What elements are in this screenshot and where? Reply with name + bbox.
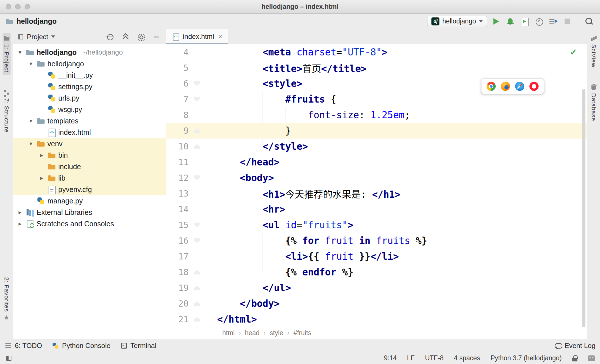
- search-everywhere-icon[interactable]: [583, 16, 594, 27]
- code-text[interactable]: font-size: 1.25em;: [212, 109, 410, 121]
- code-text[interactable]: <hr>: [212, 204, 285, 215]
- run-with-coverage-button[interactable]: [519, 16, 530, 27]
- tool-window-python-console[interactable]: Python Console: [52, 342, 110, 350]
- chevron-closed-icon[interactable]: ▸: [17, 220, 23, 227]
- breadcrumb-html[interactable]: html: [222, 329, 235, 337]
- code-text[interactable]: <li>{{ fruit }}</li>: [212, 251, 399, 262]
- close-tab-icon[interactable]: ×: [218, 32, 222, 41]
- fold-marker-icon[interactable]: [194, 301, 200, 306]
- code-text[interactable]: <body>: [212, 172, 274, 183]
- caret-position[interactable]: 9:14: [384, 354, 397, 362]
- tool-stripe-sciview[interactable]: SciView: [590, 33, 598, 70]
- profiler-button[interactable]: [533, 16, 544, 27]
- run-button[interactable]: [491, 16, 501, 27]
- breadcrumb-fruits[interactable]: #fruits: [293, 329, 311, 337]
- tree-item-bin[interactable]: ▸bin: [13, 149, 166, 161]
- project-panel-title[interactable]: Project: [27, 33, 48, 41]
- code-text[interactable]: {% for fruit in fruits %}: [212, 235, 427, 246]
- locate-file-icon[interactable]: [106, 33, 114, 41]
- inspection-status-icon[interactable]: ✓: [570, 47, 577, 57]
- hide-panel-icon[interactable]: [152, 33, 160, 41]
- breadcrumb-style[interactable]: style: [270, 329, 283, 337]
- code-text[interactable]: <ul id="fruits">: [212, 219, 353, 231]
- code-text[interactable]: </head>: [212, 157, 280, 168]
- tree-item-lib[interactable]: ▸lib: [13, 172, 166, 184]
- python-interpreter[interactable]: Python 3.7 (hellodjango): [491, 354, 562, 362]
- fold-marker-icon[interactable]: [194, 129, 200, 133]
- chrome-icon[interactable]: [487, 82, 496, 91]
- tree-item-urls-py[interactable]: urls.py: [13, 92, 166, 104]
- fold-marker-icon[interactable]: [194, 286, 200, 290]
- tree-item-manage-py[interactable]: manage.py: [13, 195, 166, 207]
- code-line-21[interactable]: 21</html>: [166, 311, 587, 327]
- tree-item-hellodjango[interactable]: ▾hellodjango: [13, 58, 166, 69]
- code-line-15[interactable]: 15 <ul id="fruits">: [166, 217, 587, 233]
- tree-item-hellodjango[interactable]: ▾hellodjango~/hellodjango: [13, 47, 166, 58]
- chevron-open-icon[interactable]: ▾: [17, 49, 23, 56]
- gear-icon[interactable]: [137, 33, 145, 41]
- code-text[interactable]: {% endfor %}: [212, 267, 353, 278]
- code-text[interactable]: <style>: [212, 78, 302, 89]
- opera-icon[interactable]: [529, 82, 539, 91]
- safari-icon[interactable]: [515, 82, 524, 91]
- code-line-11[interactable]: 11 </head>: [166, 154, 587, 170]
- tree-item-settings-py[interactable]: settings.py: [13, 81, 166, 92]
- chevron-down-icon[interactable]: [51, 35, 55, 38]
- code-line-13[interactable]: 13 <h1>今天推荐的水果是: </h1>: [166, 186, 587, 201]
- code-line-9[interactable]: 9 }: [166, 123, 587, 139]
- code-text[interactable]: </html>: [212, 314, 257, 325]
- chevron-closed-icon[interactable]: ▸: [38, 152, 45, 159]
- code-line-17[interactable]: 17 <li>{{ fruit }}</li>: [166, 249, 587, 264]
- code-text[interactable]: #fruits {: [212, 94, 336, 105]
- tool-stripe-database[interactable]: Database: [590, 82, 598, 123]
- chevron-open-icon[interactable]: ▾: [27, 117, 34, 124]
- stop-button[interactable]: [562, 16, 573, 27]
- tree-item-index-html[interactable]: index.html: [13, 127, 166, 138]
- code-text[interactable]: </body>: [212, 298, 280, 309]
- code-text[interactable]: <meta charset="UTF-8">: [212, 47, 387, 58]
- fold-marker-icon[interactable]: [194, 223, 200, 227]
- tree-item--init-py[interactable]: __init__.py: [13, 69, 166, 81]
- debug-button[interactable]: [505, 16, 516, 27]
- fold-marker-icon[interactable]: [194, 144, 200, 149]
- code-line-14[interactable]: 14 <hr>: [166, 201, 587, 217]
- tree-item-templates[interactable]: ▾templates: [13, 115, 166, 127]
- collapse-all-icon[interactable]: [121, 33, 129, 41]
- code-editor[interactable]: 4 <meta charset="UTF-8">5 <title>首页</tit…: [166, 44, 587, 327]
- tool-window-todo[interactable]: 6: TODO: [5, 342, 42, 350]
- tree-item-wsgi-py[interactable]: wsgi.py: [13, 104, 166, 115]
- code-line-8[interactable]: 8 font-size: 1.25em;: [166, 107, 587, 123]
- chevron-open-icon[interactable]: ▾: [27, 60, 34, 67]
- navigation-bar-project[interactable]: hellodjango: [17, 17, 57, 25]
- code-line-10[interactable]: 10 </style>: [166, 139, 587, 154]
- chevron-open-icon[interactable]: ▾: [27, 140, 34, 147]
- code-line-5[interactable]: 5 <title>首页</title>: [166, 60, 587, 76]
- fold-marker-icon[interactable]: [194, 176, 200, 180]
- fold-marker-icon[interactable]: [194, 317, 200, 322]
- fold-marker-icon[interactable]: [194, 81, 200, 86]
- tab-index-html[interactable]: index.html ×: [166, 29, 228, 44]
- tree-item-pyvenv-cfg[interactable]: pyvenv.cfg: [13, 184, 166, 195]
- lock-icon[interactable]: [572, 355, 578, 362]
- code-text[interactable]: }: [212, 125, 291, 136]
- tool-stripe-favorites[interactable]: 2: Favorites ★: [3, 275, 11, 323]
- chevron-closed-icon[interactable]: ▸: [38, 175, 45, 181]
- indent-setting[interactable]: 4 spaces: [454, 354, 480, 362]
- tree-item-venv[interactable]: ▾venv: [13, 138, 166, 149]
- code-line-19[interactable]: 19 </ul>: [166, 280, 587, 296]
- concurrency-diagram-button[interactable]: [548, 16, 559, 27]
- breadcrumb-head[interactable]: head: [245, 329, 259, 337]
- tool-stripe-project[interactable]: 1: Project: [3, 33, 11, 75]
- tree-item-include[interactable]: include: [13, 161, 166, 172]
- code-text[interactable]: </style>: [212, 141, 308, 152]
- tree-item-scratches-and-consoles[interactable]: ▸Scratches and Consoles: [13, 218, 166, 229]
- fold-marker-icon[interactable]: [194, 270, 200, 275]
- code-line-12[interactable]: 12 <body>: [166, 170, 587, 186]
- tool-window-terminal[interactable]: Terminal: [120, 342, 157, 350]
- chevron-closed-icon[interactable]: ▸: [17, 209, 23, 216]
- ide-widget-icon[interactable]: [588, 355, 595, 361]
- tool-stripe-structure[interactable]: 7: Structure: [3, 87, 11, 135]
- tree-item-external-libraries[interactable]: ▸External Libraries: [13, 207, 166, 218]
- line-separator[interactable]: LF: [407, 354, 415, 362]
- editor-scrollbar[interactable]: [582, 89, 585, 327]
